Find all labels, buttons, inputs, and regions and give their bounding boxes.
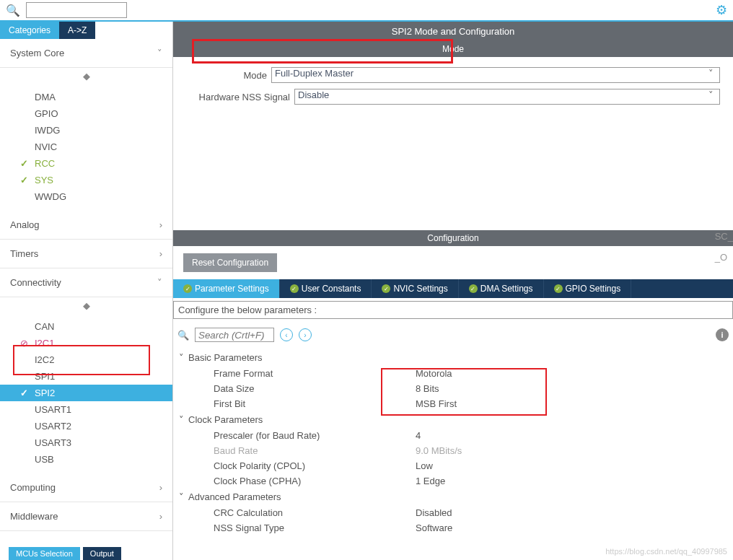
clipped-text: SC_ _O (715, 231, 733, 263)
chevron-down-icon: ˅ (157, 277, 162, 288)
param-label: Baud Rate (214, 445, 416, 456)
tree-item-usart1[interactable]: USART1 (0, 401, 172, 418)
tab-label: GPIO Settings (566, 284, 621, 294)
gear-icon[interactable]: ⚙ (716, 3, 727, 17)
param-row[interactable]: Prescaler (for Baud Rate)4 (179, 428, 727, 443)
configure-note: Configure the below parameters : (173, 301, 733, 319)
tree-item-spi1[interactable]: SPI1 (0, 368, 172, 385)
param-value: Motorola (416, 368, 452, 379)
param-label: Clock Polarity (CPOL) (214, 460, 416, 471)
tree-item-usb[interactable]: USB (0, 451, 172, 468)
category-label: Timers (10, 248, 38, 259)
check-icon: ✓ (183, 284, 192, 293)
watermark: https://blog.csdn.net/qq_40997985 (605, 547, 727, 556)
tab-mcus-selection[interactable]: MCUs Selection (9, 547, 80, 560)
info-icon[interactable]: i (716, 328, 729, 341)
param-row: Baud Rate9.0 MBits/s (179, 443, 727, 458)
param-label: First Bit (214, 398, 416, 409)
tree-item-wwdg[interactable]: WWDG (0, 188, 172, 205)
config-section-title: Configuration (173, 230, 733, 246)
param-label: Data Size (214, 383, 416, 394)
sort-arrows-icon[interactable]: ◆ (0, 68, 172, 84)
search-input[interactable] (195, 328, 274, 342)
param-value: 8 Bits (416, 383, 439, 394)
category-middleware[interactable]: Middleware › (0, 502, 172, 531)
category-computing[interactable]: Computing › (0, 473, 172, 502)
content-panel: SPI2 Mode and Configuration Mode Mode Fu… (173, 22, 733, 560)
check-icon: ✓ (554, 284, 563, 293)
group-label: Advanced Parameters (188, 491, 281, 502)
panel-title: SPI2 Mode and Configuration (173, 22, 733, 41)
sort-arrows-icon[interactable]: ◆ (0, 297, 172, 314)
check-icon: ✓ (469, 284, 478, 293)
reset-configuration-button[interactable]: Reset Configuration (183, 253, 277, 272)
chevron-right-icon: › (159, 482, 162, 493)
tree-item-i2c2[interactable]: I2C2 (0, 351, 172, 368)
tab-label: DMA Settings (480, 284, 533, 294)
group-advanced-parameters[interactable]: ˅Advanced Parameters (179, 489, 727, 505)
prev-icon[interactable]: ‹ (280, 328, 293, 341)
param-value: 9.0 MBits/s (416, 445, 462, 456)
tab-label: User Constants (302, 284, 361, 294)
category-connectivity[interactable]: Connectivity ˅ (0, 268, 172, 297)
param-label: CRC Calculation (214, 507, 416, 518)
param-value: Disabled (416, 507, 452, 518)
param-label: Prescaler (for Baud Rate) (214, 430, 416, 441)
group-label: Clock Parameters (188, 414, 263, 425)
tab-output[interactable]: Output (83, 547, 121, 560)
tree-item-gpio[interactable]: GPIO (0, 105, 172, 122)
param-value: 1 Edge (416, 476, 445, 486)
param-row[interactable]: First BitMSB First (179, 396, 727, 411)
tree-item-i2c1[interactable]: I2C1 (0, 335, 172, 351)
param-row[interactable]: NSS Signal TypeSoftware (179, 520, 727, 535)
mode-select[interactable]: Full-Duplex Master (271, 67, 720, 83)
tree-item-usart3[interactable]: USART3 (0, 434, 172, 451)
tree-item-iwdg[interactable]: IWDG (0, 122, 172, 139)
tree-item-rcc[interactable]: RCC (0, 155, 172, 172)
check-icon: ✓ (382, 284, 390, 293)
group-clock-parameters[interactable]: ˅Clock Parameters (179, 411, 727, 428)
param-value: 4 (416, 430, 421, 441)
tab-parameter-settings[interactable]: ✓Parameter Settings (173, 279, 280, 298)
chevron-right-icon: › (159, 248, 162, 259)
category-timers[interactable]: Timers › (0, 240, 172, 268)
tree-item-can[interactable]: CAN (0, 318, 172, 335)
group-basic-parameters[interactable]: ˅Basic Parameters (179, 349, 727, 366)
tab-nvic-settings[interactable]: ✓NVIC Settings (372, 279, 458, 298)
tab-user-constants[interactable]: ✓User Constants (280, 279, 372, 298)
param-value: Low (416, 460, 433, 471)
tab-a-z[interactable]: A->Z (59, 22, 95, 39)
tab-gpio-settings[interactable]: ✓GPIO Settings (544, 279, 632, 298)
param-row[interactable]: Clock Polarity (CPOL)Low (179, 458, 727, 473)
nss-select[interactable]: Disable (294, 89, 720, 105)
tree-item-nvic[interactable]: NVIC (0, 139, 172, 155)
tab-label: Parameter Settings (195, 284, 269, 294)
param-row[interactable]: Clock Phase (CPHA)1 Edge (179, 473, 727, 489)
category-label: Analog (10, 219, 39, 230)
tab-label: NVIC Settings (393, 284, 447, 294)
tree-item-sys[interactable]: SYS (0, 172, 172, 188)
category-label: Middleware (10, 511, 58, 522)
mode-section-title: Mode (173, 41, 733, 57)
param-value: Software (416, 522, 452, 533)
param-label: NSS Signal Type (214, 522, 416, 533)
param-row[interactable]: Data Size8 Bits (179, 381, 727, 396)
search-icon: 🔍 (177, 330, 189, 341)
param-row[interactable]: Frame FormatMotorola (179, 366, 727, 381)
check-icon: ✓ (290, 284, 299, 293)
tree-item-usart2[interactable]: USART2 (0, 418, 172, 434)
tab-categories[interactable]: Categories (0, 22, 59, 39)
search-icon: 🔍 (6, 4, 20, 17)
tab-dma-settings[interactable]: ✓DMA Settings (459, 279, 544, 298)
param-label: Frame Format (214, 368, 416, 379)
chevron-down-icon: ˅ (179, 491, 184, 502)
param-row[interactable]: CRC CalculationDisabled (179, 505, 727, 520)
tree-item-spi2[interactable]: SPI2 (0, 385, 172, 401)
tree-item-dma[interactable]: DMA (0, 89, 172, 105)
category-analog[interactable]: Analog › (0, 211, 172, 240)
chevron-right-icon: › (159, 511, 162, 522)
category-system-core[interactable]: System Core ˅ (0, 39, 172, 68)
top-select[interactable] (26, 2, 127, 18)
mode-label: Mode (186, 70, 271, 81)
next-icon[interactable]: › (299, 328, 312, 341)
